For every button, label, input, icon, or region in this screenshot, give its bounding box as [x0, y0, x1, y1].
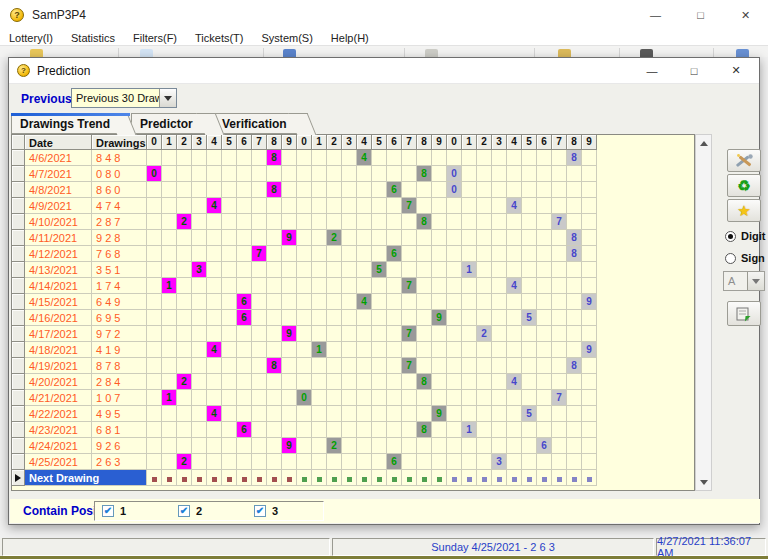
candidate-cell[interactable] [387, 470, 402, 486]
dialog-maximize-icon[interactable]: □ [673, 58, 715, 84]
table-row[interactable]: 4/23/20216 8 1681 [12, 422, 694, 438]
previous-drawings-select[interactable]: Previous 30 Drawing [71, 88, 177, 108]
tools-button[interactable] [727, 149, 761, 172]
candidate-cell[interactable] [417, 470, 432, 486]
candidate-cell[interactable] [177, 470, 192, 486]
table-row[interactable]: 4/7/20210 8 0080 [12, 166, 694, 182]
row-selector[interactable] [12, 310, 25, 326]
table-row[interactable]: 4/20/20212 8 4284 [12, 374, 694, 390]
next-drawing-row[interactable]: Next Drawing [12, 470, 694, 486]
favorite-button[interactable]: ★ [727, 199, 761, 222]
candidate-cell[interactable] [582, 470, 597, 486]
scroll-down-icon[interactable] [696, 474, 711, 490]
row-selector[interactable] [12, 246, 25, 262]
candidate-cell[interactable] [567, 470, 582, 486]
refresh-button[interactable]: ♻ [727, 174, 761, 197]
table-row[interactable]: 4/16/20216 9 5695 [12, 310, 694, 326]
row-selector[interactable] [12, 342, 25, 358]
table-row[interactable]: 4/17/20219 7 2972 [12, 326, 694, 342]
candidate-cell[interactable] [282, 470, 297, 486]
table-row[interactable]: 4/21/20211 0 7107 [12, 390, 694, 406]
menu-item-lottery[interactable]: Lottery(I) [0, 32, 62, 44]
table-row[interactable]: 4/25/20212 6 3263 [12, 454, 694, 470]
checkbox-position-2[interactable]: ✔ [178, 505, 190, 517]
candidate-cell[interactable] [462, 470, 477, 486]
checkbox-position-1[interactable]: ✔ [102, 505, 114, 517]
row-selector[interactable] [12, 182, 25, 198]
candidate-cell[interactable] [207, 470, 222, 486]
candidate-cell[interactable] [492, 470, 507, 486]
table-row[interactable]: 4/6/20218 4 8848 [12, 150, 694, 166]
candidate-cell[interactable] [372, 470, 387, 486]
export-button[interactable] [727, 301, 761, 326]
candidate-cell[interactable] [297, 470, 312, 486]
row-selector[interactable] [12, 166, 25, 182]
menu-item-statistics[interactable]: Statistics [62, 32, 124, 44]
dialog-minimize-icon[interactable]: — [631, 58, 673, 84]
candidate-cell[interactable] [552, 470, 567, 486]
row-selector[interactable] [12, 230, 25, 246]
row-selector[interactable] [12, 374, 25, 390]
row-selector[interactable] [12, 214, 25, 230]
candidate-cell[interactable] [447, 470, 462, 486]
scroll-up-icon[interactable] [696, 135, 711, 151]
candidate-cell[interactable] [402, 470, 417, 486]
table-row[interactable]: 4/9/20214 7 4474 [12, 198, 694, 214]
row-selector[interactable] [12, 262, 25, 278]
table-row[interactable]: 4/22/20214 9 5495 [12, 406, 694, 422]
radio-digit[interactable]: Digit [725, 230, 765, 242]
tab-verification[interactable]: Verification [213, 113, 303, 134]
candidate-cell[interactable] [357, 470, 372, 486]
current-row-marker[interactable] [12, 470, 25, 486]
candidate-cell[interactable] [432, 470, 447, 486]
candidate-cell[interactable] [537, 470, 552, 486]
menu-item-help[interactable]: Help(H) [322, 32, 378, 44]
row-selector[interactable] [12, 358, 25, 374]
table-row[interactable]: 4/18/20214 1 9419 [12, 342, 694, 358]
menu-item-system[interactable]: System(S) [253, 32, 322, 44]
candidate-cell[interactable] [267, 470, 282, 486]
candidate-cell[interactable] [222, 470, 237, 486]
row-selector[interactable] [12, 294, 25, 310]
combo-dropdown-button[interactable] [159, 89, 176, 107]
row-selector[interactable] [12, 406, 25, 422]
row-selector[interactable] [12, 198, 25, 214]
row-selector[interactable] [12, 438, 25, 454]
candidate-cell[interactable] [237, 470, 252, 486]
row-selector[interactable] [12, 422, 25, 438]
close-icon[interactable]: ✕ [723, 0, 768, 30]
table-row[interactable]: 4/8/20218 6 0860 [12, 182, 694, 198]
tab-predictor[interactable]: Predictor [131, 113, 211, 134]
candidate-cell[interactable] [522, 470, 537, 486]
table-row[interactable]: 4/11/20219 2 8928 [12, 230, 694, 246]
candidate-cell[interactable] [162, 470, 177, 486]
row-selector[interactable] [12, 278, 25, 294]
candidate-cell[interactable] [477, 470, 492, 486]
row-selector[interactable] [12, 150, 25, 166]
vertical-scrollbar[interactable] [695, 134, 712, 491]
candidate-cell[interactable] [507, 470, 522, 486]
menu-item-tickets[interactable]: Tickets(T) [186, 32, 252, 44]
table-row[interactable]: 4/13/20213 5 1351 [12, 262, 694, 278]
table-row[interactable]: 4/10/20212 8 7287 [12, 214, 694, 230]
minimize-icon[interactable]: — [633, 0, 678, 30]
candidate-cell[interactable] [312, 470, 327, 486]
table-row[interactable]: 4/15/20216 4 9649 [12, 294, 694, 310]
checkbox-position-3[interactable]: ✔ [254, 505, 266, 517]
candidate-cell[interactable] [147, 470, 162, 486]
table-row[interactable]: 4/12/20217 6 8768 [12, 246, 694, 262]
table-row[interactable]: 4/19/20218 7 8878 [12, 358, 694, 374]
maximize-icon[interactable]: □ [678, 0, 723, 30]
candidate-cell[interactable] [342, 470, 357, 486]
dialog-close-icon[interactable]: ✕ [715, 58, 757, 84]
candidate-cell[interactable] [252, 470, 267, 486]
candidate-cell[interactable] [327, 470, 342, 486]
radio-sign[interactable]: Sign [725, 252, 765, 264]
candidate-cell[interactable] [192, 470, 207, 486]
table-row[interactable]: 4/14/20211 7 4174 [12, 278, 694, 294]
tab-drawings-trend[interactable]: Drawings Trend [11, 113, 123, 134]
menu-item-filters[interactable]: Filters(F) [124, 32, 186, 44]
row-selector[interactable] [12, 326, 25, 342]
table-row[interactable]: 4/24/20219 2 6926 [12, 438, 694, 454]
row-selector[interactable] [12, 390, 25, 406]
